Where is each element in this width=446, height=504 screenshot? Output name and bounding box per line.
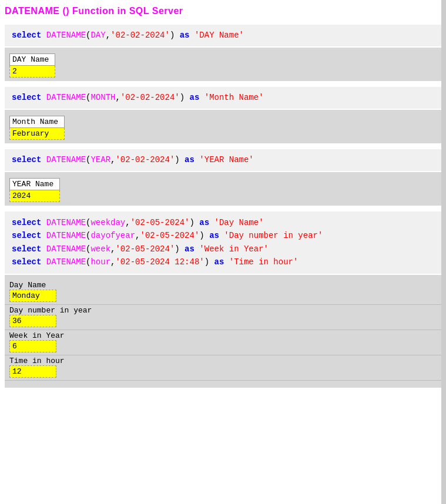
result-value-1: Monday (9, 290, 56, 302)
av-m1: 'Day Name' (214, 218, 264, 227)
result-row-1: Day Name Monday (5, 280, 441, 305)
select-kw-2: select (12, 93, 41, 102)
av-m2: 'Day number in year' (224, 231, 323, 240)
year-code-block: select DATENAME(YEAR,'02-02-2024') as 'Y… (5, 149, 441, 171)
select-kw-m2: select (12, 231, 41, 240)
as-m4: as (214, 257, 224, 267)
alias-val-1: 'DAY Name' (195, 31, 244, 40)
page-title: DATENAME () Function in SQL Server (5, 6, 441, 16)
datename-fn-2: DATENAME (46, 93, 86, 102)
multi-line-3: select DATENAME(week,'02-05-2024') as 'W… (12, 243, 434, 256)
month-result-value: February (10, 128, 65, 140)
result-value-4: 12 (9, 365, 56, 378)
result-header-2: Day number in year (9, 306, 441, 315)
multi-result-area: Day Name Monday Day number in year 36 We… (5, 275, 441, 388)
select-kw-m4: select (12, 257, 41, 267)
month-result-area: Month Name February (5, 110, 441, 143)
month-section: select DATENAME(MONTH,'02-02-2024') as '… (5, 87, 441, 143)
arg1-1: DAY (90, 31, 105, 40)
day-result-value: 2 (10, 66, 55, 78)
month-result-table: Month Name February (9, 116, 65, 140)
day-result-area: DAY Name 2 (5, 48, 441, 81)
a2-m4: '02-05-2024 12:48' (115, 257, 204, 267)
day-section: select DATENAME(DAY,'02-02-2024') as 'DA… (5, 25, 441, 81)
result-header-3: Week in Year (9, 331, 441, 340)
arg2-3: '02-02-2024' (115, 155, 175, 164)
year-result-value: 2024 (10, 190, 60, 202)
select-kw-m3: select (12, 244, 41, 254)
select-kw-3: select (12, 155, 41, 164)
a1-m1: weekday (90, 218, 125, 227)
datename-fn-3: DATENAME (46, 155, 86, 164)
day-result-header: DAY Name (10, 54, 55, 66)
a1-m2: dayofyear (90, 231, 135, 240)
select-kw-m1: select (12, 218, 41, 227)
day-code-block: select DATENAME(DAY,'02-02-2024') as 'DA… (5, 25, 441, 46)
month-result-header: Month Name (10, 116, 65, 128)
arg2-2: '02-02-2024' (120, 93, 180, 102)
arg1-2: MONTH (90, 93, 115, 102)
result-row-4: Time in hour 12 (5, 355, 441, 381)
as-kw-2: as (190, 93, 200, 102)
result-header-4: Time in hour (9, 357, 441, 365)
result-header-1: Day Name (9, 281, 441, 290)
a2-m1: '02-05-2024' (130, 218, 190, 227)
as-kw-3: as (185, 155, 195, 164)
day-result-table: DAY Name 2 (9, 53, 55, 78)
fn-m3: DATENAME (46, 244, 86, 254)
result-value-2: 36 (9, 315, 56, 327)
a2-m3: '02-05-2024' (115, 244, 175, 254)
year-result-table: YEAR Name 2024 (9, 178, 60, 202)
av-m4: 'Time in hour' (229, 257, 299, 267)
year-section: select DATENAME(YEAR,'02-02-2024') as 'Y… (5, 149, 441, 206)
result-row-2: Day number in year 36 (5, 305, 441, 330)
fn-m1: DATENAME (46, 218, 86, 227)
select-kw-1: select (12, 31, 41, 40)
a1-m3: week (90, 244, 110, 254)
datename-fn-1: DATENAME (46, 31, 86, 40)
fn-m2: DATENAME (46, 231, 86, 240)
arg2-1: '02-02-2024' (110, 31, 170, 40)
multi-code-block: select DATENAME(weekday,'02-05-2024') as… (5, 211, 441, 274)
as-m3: as (185, 244, 195, 254)
multi-section: select DATENAME(weekday,'02-05-2024') as… (5, 211, 441, 388)
multi-line-2: select DATENAME(dayofyear,'02-05-2024') … (12, 229, 434, 242)
alias-val-3: 'YEAR Name' (199, 155, 253, 164)
scrollbar[interactable] (441, 0, 446, 504)
arg1-3: YEAR (90, 155, 110, 164)
a2-m2: '02-05-2024' (140, 231, 199, 240)
alias-val-2: 'Month Name' (204, 93, 264, 102)
multi-line-4: select DATENAME(hour,'02-05-2024 12:48')… (12, 256, 434, 268)
fn-m4: DATENAME (46, 257, 86, 267)
a1-m4: hour (90, 257, 110, 267)
as-kw-1: as (180, 31, 190, 40)
as-m1: as (199, 218, 209, 227)
month-code-block: select DATENAME(MONTH,'02-02-2024') as '… (5, 87, 441, 109)
result-row-3: Week in Year 6 (5, 330, 441, 355)
year-result-area: YEAR Name 2024 (5, 172, 441, 206)
av-m3: 'Week in Year' (199, 244, 269, 254)
as-m2: as (209, 231, 219, 240)
year-result-header: YEAR Name (10, 179, 60, 190)
multi-line-1: select DATENAME(weekday,'02-05-2024') as… (12, 216, 434, 229)
result-value-3: 6 (9, 340, 56, 352)
